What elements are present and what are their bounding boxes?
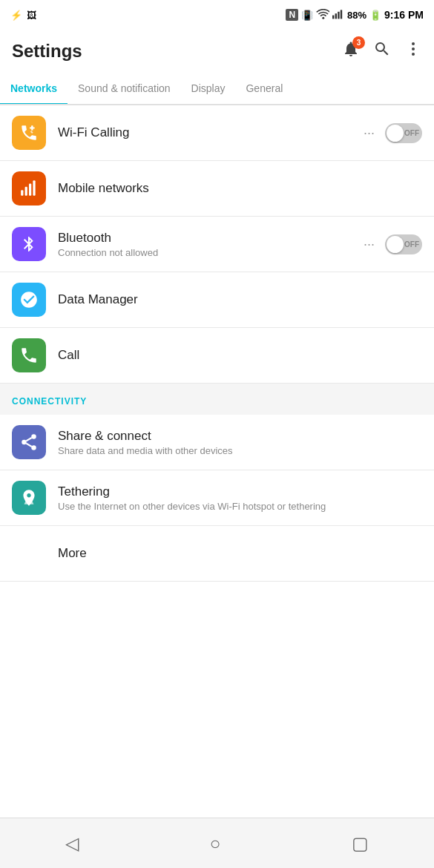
status-bar: ⚡ 🖼 N 📳 88% 🔋 9:16 PM [0,0,434,30]
wifi-calling-menu[interactable]: ··· [361,122,378,144]
bluetooth-toggle[interactable]: OFF [385,234,422,254]
list-item[interactable]: Bluetooth Connection not allowed ··· OFF [0,217,434,272]
list-item[interactable]: More [0,526,434,582]
mobile-networks-title: Mobile networks [58,181,422,196]
bluetooth-text: Bluetooth Connection not allowed [58,231,361,258]
mobile-networks-icon [12,171,46,206]
tab-display[interactable]: Display [181,73,236,104]
tab-networks[interactable]: Networks [0,73,68,104]
more-icon-placeholder [12,536,46,571]
bluetooth-icon [12,227,46,261]
wifi-calling-title: Wi-Fi Calling [58,125,361,140]
svg-point-6 [412,47,415,50]
wifi-calling-text: Wi-Fi Calling [58,125,361,140]
status-right-icons: N 📳 88% 🔋 9:16 PM [286,9,424,22]
share-connect-icon [12,425,46,459]
connectivity-section-header: CONNECTIVITY [0,384,434,415]
data-manager-icon [12,283,46,317]
tab-general[interactable]: General [235,73,293,104]
share-connect-text: Share & connect Share data and media wit… [58,429,422,456]
app-header: Settings 3 [0,30,434,73]
battery-icon: 🔋 [369,10,381,21]
header-actions: 3 [342,40,422,62]
signal-icon [332,9,344,22]
bluetooth-menu[interactable]: ··· [361,234,378,255]
share-connect-title: Share & connect [58,429,422,444]
toggle-knob [387,236,404,253]
usb-icon: ⚡ [10,10,22,21]
svg-rect-4 [341,10,342,19]
more-title: More [58,546,422,561]
page-title: Settings [12,41,82,62]
svg-rect-2 [335,13,337,19]
svg-line-15 [26,444,31,447]
list-item[interactable]: Mobile networks [0,161,434,217]
svg-rect-10 [29,184,31,196]
mobile-networks-text: Mobile networks [58,181,422,196]
vibrate-icon: 📳 [301,10,313,21]
list-item[interactable]: Tethering Use the Internet on other devi… [0,470,434,526]
tabs-bar: Networks Sound & notification Display Ge… [0,73,434,105]
list-item[interactable]: Call [0,328,434,384]
notification-badge: 3 [352,36,365,49]
svg-rect-1 [332,15,334,19]
time-text: 9:16 PM [384,9,424,21]
wifi-icon [316,9,329,22]
back-button[interactable]: ◁ [47,826,96,861]
list-item[interactable]: Data Manager [0,272,434,328]
recent-apps-button[interactable]: ▢ [334,826,387,861]
more-options-button[interactable] [404,40,422,62]
notification-button[interactable]: 3 [342,40,360,62]
svg-point-7 [412,53,415,56]
list-item[interactable]: Wi-Fi Calling ··· OFF [0,105,434,161]
list-item[interactable]: Share & connect Share data and media wit… [0,415,434,470]
svg-rect-8 [21,190,23,196]
share-connect-subtitle: Share data and media with other devices [58,445,422,456]
data-manager-title: Data Manager [58,292,422,307]
tethering-icon [12,481,46,515]
bluetooth-actions: ··· OFF [361,234,422,255]
settings-list: Wi-Fi Calling ··· OFF Mobile networks [0,105,434,582]
svg-rect-11 [33,180,35,196]
call-icon [12,338,46,372]
toggle-label: OFF [404,129,419,137]
wifi-calling-toggle[interactable]: OFF [385,123,422,143]
more-text: More [58,546,422,561]
bottom-nav: ◁ ○ ▢ [0,818,434,868]
image-icon: 🖼 [27,10,36,21]
status-left-icons: ⚡ 🖼 [10,10,36,21]
bluetooth-title: Bluetooth [58,231,361,246]
svg-line-16 [26,438,31,441]
nfc-icon: N [286,9,298,21]
wifi-calling-icon [12,116,46,150]
svg-point-0 [322,16,324,19]
home-button[interactable]: ○ [192,826,239,861]
tethering-text: Tethering Use the Internet on other devi… [58,484,422,512]
connectivity-label: CONNECTIVITY [12,396,87,407]
battery-text: 88% [347,10,366,21]
call-title: Call [58,348,422,363]
svg-rect-3 [338,11,339,19]
svg-point-14 [31,445,36,450]
svg-point-5 [412,42,415,45]
toggle-label: OFF [404,240,419,249]
tab-sound-notification[interactable]: Sound & notification [68,73,181,104]
tethering-title: Tethering [58,484,422,499]
wifi-calling-actions: ··· OFF [361,122,422,144]
svg-rect-9 [25,187,27,196]
bluetooth-subtitle: Connection not allowed [58,247,361,258]
call-text: Call [58,348,422,363]
search-button[interactable] [373,40,391,62]
svg-point-13 [22,440,27,445]
tethering-subtitle: Use the Internet on other devices via Wi… [58,501,422,512]
svg-point-12 [31,434,36,439]
data-manager-text: Data Manager [58,292,422,307]
toggle-knob [387,125,404,142]
